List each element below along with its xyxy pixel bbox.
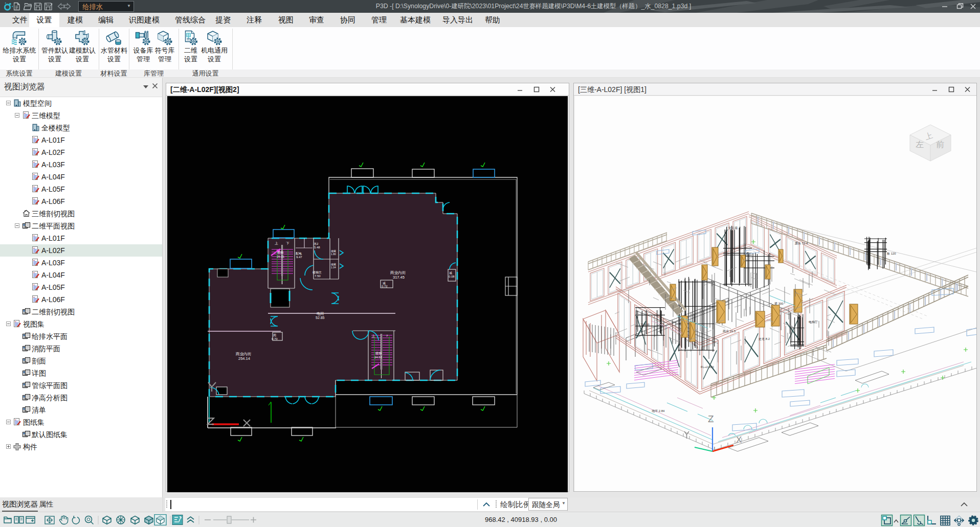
svg-text:左: 左 — [916, 140, 924, 149]
svg-text:5.48: 5.48 — [314, 246, 320, 249]
svg-text:1.04: 1.04 — [331, 266, 336, 269]
svg-text:电间: 电间 — [317, 312, 324, 316]
svg-text:前: 前 — [936, 140, 944, 149]
svg-text:上: 上 — [371, 334, 375, 337]
svg-text:女儿墙: 女儿墙 — [728, 226, 738, 230]
svg-text:走道 8.2: 走道 8.2 — [759, 337, 770, 341]
svg-text:254.14: 254.14 — [238, 356, 250, 361]
svg-text:Z: Z — [708, 414, 714, 424]
svg-text:1.80: 1.80 — [331, 253, 336, 256]
svg-text:商业内街: 商业内街 — [235, 352, 252, 356]
svg-text:楼梯: 楼梯 — [277, 251, 283, 254]
svg-text:水2: 水2 — [314, 242, 319, 245]
svg-text:52.85: 52.85 — [316, 316, 325, 319]
svg-text:梁 300: 梁 300 — [774, 302, 784, 305]
svg-text:减: 减 — [449, 271, 452, 274]
svg-text:FL+2.950: FL+2.950 — [701, 365, 714, 369]
svg-text:7.50: 7.50 — [315, 274, 321, 278]
svg-text:商业内街: 商业内街 — [390, 270, 406, 275]
svg-text:楼梯主: 楼梯主 — [313, 270, 322, 274]
svg-text:下: 下 — [286, 241, 289, 245]
svg-text:地坪 2.84: 地坪 2.84 — [652, 409, 665, 413]
svg-text:露台 52.4: 露台 52.4 — [795, 242, 808, 245]
svg-text:24.57: 24.57 — [374, 356, 383, 359]
svg-text:卫生间: 卫生间 — [640, 323, 650, 327]
svg-text:X: X — [736, 435, 742, 445]
svg-text:间: 间 — [273, 334, 276, 337]
svg-text:配电: 配电 — [296, 252, 302, 256]
svg-text:电梯厅: 电梯厅 — [809, 320, 818, 324]
svg-text:0.72: 0.72 — [382, 285, 388, 288]
svg-text:9.47: 9.47 — [296, 256, 302, 259]
svg-text:商业 31.5: 商业 31.5 — [723, 329, 736, 333]
svg-text:楼梯: 楼梯 — [375, 352, 382, 355]
svg-text:0.08: 0.08 — [449, 275, 455, 278]
svg-text:317.45: 317.45 — [393, 275, 405, 280]
svg-text:25.21: 25.21 — [277, 255, 285, 258]
svg-text:0.70: 0.70 — [272, 337, 278, 340]
svg-text:板 120: 板 120 — [886, 252, 896, 255]
svg-text:上: 上 — [275, 241, 278, 245]
